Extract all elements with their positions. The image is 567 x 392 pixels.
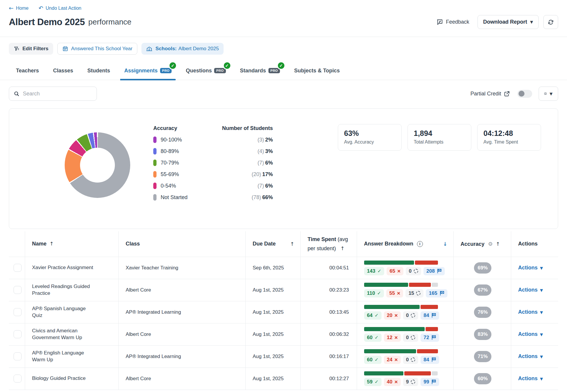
- enabled-check-icon: ✓: [223, 61, 231, 70]
- feedback-button[interactable]: Feedback: [436, 19, 469, 25]
- legend-item: Not Started(78)66%: [153, 194, 273, 201]
- row-actions-button[interactable]: Actions▼: [518, 353, 543, 359]
- time-spent: 00:23:23: [300, 279, 357, 301]
- cross-icon: ×: [397, 269, 400, 273]
- row-checkbox[interactable]: [14, 308, 22, 316]
- row-actions-button[interactable]: Actions▼: [518, 375, 543, 381]
- correct-bar-segment: [364, 283, 408, 287]
- attempts-flag-icon: [437, 269, 442, 274]
- legend-swatch: [153, 194, 157, 201]
- undo-link-label: Undo Last Action: [46, 6, 82, 11]
- unanswered-count-pill: 9: [403, 378, 418, 386]
- tab-standards[interactable]: StandardsPRO✓: [233, 68, 287, 80]
- stat-label: Avg. Accuracy: [344, 139, 395, 145]
- total-attempts-pill: 99: [421, 378, 439, 386]
- incorrect-bar-segment: [404, 371, 431, 375]
- chevron-down-icon: ▼: [540, 332, 543, 337]
- row-actions-button[interactable]: Actions▼: [518, 287, 543, 293]
- correct-count-pill: 60 ✓: [364, 334, 382, 342]
- legend-swatch: [153, 171, 157, 178]
- header-answer-breakdown[interactable]: Answer Breakdown i ↓: [357, 231, 453, 257]
- refresh-button[interactable]: [543, 15, 558, 29]
- edit-filters-button[interactable]: Edit Filters: [9, 43, 53, 55]
- check-icon: ✓: [374, 379, 378, 385]
- search-box[interactable]: [9, 87, 97, 101]
- correct-count-pill: 60 ✓: [364, 356, 382, 364]
- info-icon[interactable]: i: [417, 241, 423, 247]
- header-name[interactable]: Name↑: [25, 231, 118, 257]
- download-report-label: Download Report: [483, 19, 527, 25]
- sort-asc-icon[interactable]: ↑: [340, 245, 345, 251]
- schools-filter-chip[interactable]: Schools: Albert Demo 2025: [141, 43, 224, 55]
- chevron-down-icon: ▼: [540, 377, 543, 381]
- legend-swatch: [153, 136, 157, 143]
- legend-item: 55-69%(20)17%: [153, 171, 273, 178]
- download-report-button[interactable]: Download Report ▼: [478, 15, 539, 29]
- time-spent: 00:13:45: [300, 301, 357, 323]
- legend-item: 80-89%(4)3%: [153, 148, 273, 154]
- incorrect-count-pill: 40 ×: [384, 378, 401, 386]
- stat-avg-time-spent: 04:12:48 Avg. Time Spent: [477, 124, 541, 151]
- class-name: Albert Core: [118, 367, 245, 390]
- external-link-icon[interactable]: [504, 91, 510, 97]
- undo-last-action-link[interactable]: ↶ Undo Last Action: [39, 5, 82, 11]
- attempts-flag-icon: [431, 313, 436, 318]
- tab-teachers[interactable]: Teachers: [9, 68, 46, 80]
- header-accuracy[interactable]: Accuracy⚙↑: [453, 231, 511, 257]
- row-checkbox[interactable]: [14, 286, 22, 294]
- sort-asc-icon[interactable]: ↑: [290, 241, 294, 247]
- gear-icon[interactable]: ⚙: [488, 241, 493, 247]
- accuracy-badge: 69%: [474, 262, 491, 274]
- row-actions-button[interactable]: Actions▼: [518, 331, 543, 337]
- cross-icon: ×: [395, 313, 398, 318]
- search-input[interactable]: [23, 91, 92, 97]
- date-filter-chip[interactable]: Answered This School Year: [57, 43, 138, 55]
- table-toolbar: Partial Credit ▼: [0, 87, 567, 101]
- stat-label: Avg. Time Spent: [483, 139, 535, 145]
- class-name: Albert Core: [118, 279, 245, 301]
- unanswered-count-pill: 15: [405, 289, 423, 297]
- incorrect-count-pill: 65 ×: [387, 267, 403, 275]
- calendar-icon: [62, 46, 68, 52]
- table-row: Civics and American Government Warm UpAl…: [9, 323, 558, 345]
- tab-assignments[interactable]: AssignmentsPRO✓: [117, 68, 179, 80]
- active-tab-underline: [120, 79, 176, 80]
- column-settings-button[interactable]: ▼: [539, 87, 558, 101]
- sort-asc-icon[interactable]: ↑: [496, 241, 500, 247]
- tab-subjects-topics[interactable]: Subjects & Topics: [287, 68, 347, 80]
- correct-bar-segment: [364, 349, 416, 353]
- header-due-date[interactable]: Due Date↑: [245, 231, 300, 257]
- incorrect-count-pill: 55 ×: [386, 289, 403, 297]
- legend-header-students: Number of Students: [222, 125, 273, 131]
- partial-credit-toggle[interactable]: [517, 90, 532, 98]
- tab-questions[interactable]: QuestionsPRO✓: [179, 68, 233, 80]
- unanswered-count-pill: 0: [403, 311, 418, 320]
- answer-breakdown-cell: 60 ✓12 ×0 72: [357, 323, 453, 345]
- unanswered-count-pill: 0: [403, 356, 418, 364]
- legend-percent: 17%: [262, 171, 273, 177]
- row-checkbox[interactable]: [14, 352, 22, 360]
- row-actions-button[interactable]: Actions▼: [518, 265, 543, 271]
- class-name: Albert Core: [118, 323, 245, 345]
- top-nav: ← Home ↶ Undo Last Action: [0, 0, 567, 11]
- chevron-down-icon: ▼: [550, 92, 553, 96]
- sort-desc-icon[interactable]: ↓: [443, 241, 447, 247]
- row-actions-button[interactable]: Actions▼: [518, 309, 543, 315]
- total-attempts-pill: 208: [423, 267, 445, 275]
- row-checkbox[interactable]: [14, 375, 22, 383]
- class-name: AP® Integrated Learning: [118, 301, 245, 323]
- due-date: Sep 6th, 2025: [245, 257, 300, 279]
- header-class[interactable]: Class: [118, 231, 245, 257]
- header-time-spent[interactable]: Time Spent (avg per student) ↑: [300, 231, 357, 257]
- row-checkbox[interactable]: [14, 264, 22, 272]
- tab-students[interactable]: Students: [80, 68, 117, 80]
- home-link[interactable]: ← Home: [9, 5, 29, 11]
- row-checkbox[interactable]: [14, 330, 22, 338]
- assignment-name: AP® Spanish Language Quiz: [32, 305, 95, 319]
- sort-asc-icon[interactable]: ↑: [50, 241, 54, 247]
- page: ← Home ↶ Undo Last Action Albert Demo 20…: [0, 0, 567, 392]
- incorrect-count-pill: 12 ×: [384, 334, 401, 342]
- tab-classes[interactable]: Classes: [46, 68, 80, 80]
- table-row: AP® Spanish Language QuizAP® Integrated …: [9, 301, 558, 323]
- header-select-column: [9, 231, 25, 257]
